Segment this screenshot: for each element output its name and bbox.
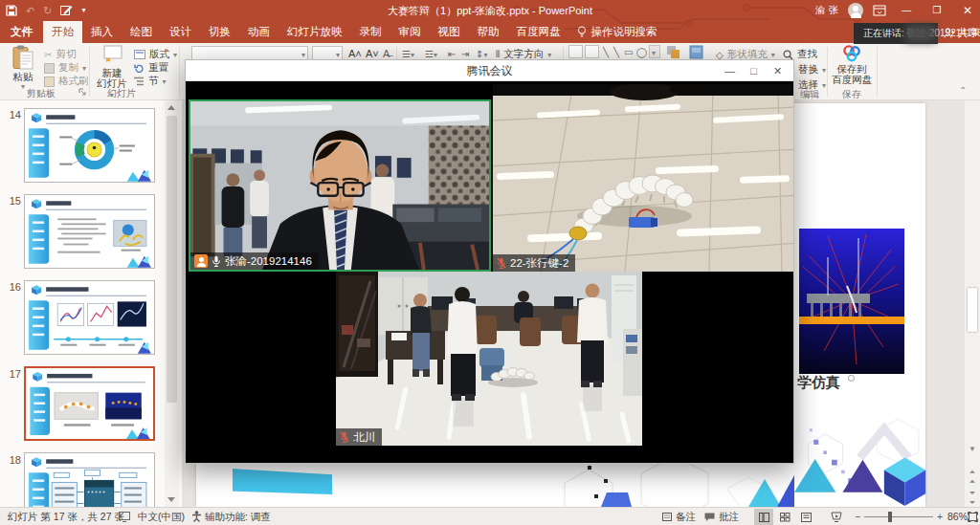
slide-thumbnail-17-selected[interactable] [24, 366, 155, 441]
mic-on-icon [212, 255, 221, 268]
bullets-button[interactable]: ☰▾ [402, 49, 414, 59]
comments-button[interactable]: 批注 [719, 508, 739, 525]
shape-rect-tool[interactable]: ▭ [624, 47, 633, 57]
share-button[interactable]: 共享 [944, 26, 979, 40]
next-slide-button[interactable]: ⏷⏷ [965, 489, 980, 507]
shape-oval-tool[interactable]: ◯ [636, 47, 647, 57]
scrollbar-down-arrow-icon[interactable]: ▼ [965, 445, 980, 454]
account-avatar[interactable] [848, 3, 863, 18]
tab-review[interactable]: 审阅 [390, 21, 430, 43]
tencent-meeting-window[interactable]: 腾讯会议 — □ ✕ [185, 59, 794, 464]
numbering-button[interactable]: ☲▾ [425, 49, 437, 59]
thumbnail-18-preview [25, 453, 154, 507]
clear-formatting-button[interactable]: A̶ [383, 48, 390, 59]
shape-selection-handle[interactable] [594, 494, 598, 498]
robot-floor-scene [493, 84, 793, 272]
participant-name: 22-张行键-2 [510, 256, 568, 270]
arrange-icon[interactable] [666, 45, 680, 59]
slide-sorter-view-button[interactable] [775, 509, 794, 525]
previous-slide-button[interactable]: ⏶⏶ [965, 468, 980, 487]
slideshow-icon [831, 512, 842, 522]
thumbnail-17-preview [26, 368, 153, 439]
zoom-slider-track[interactable] [864, 516, 933, 517]
replace-button[interactable]: 替换▾ [798, 63, 826, 77]
restore-button[interactable]: ❐ [926, 1, 947, 20]
zoom-out-button[interactable]: − [855, 508, 860, 525]
zoom-in-button[interactable]: + [937, 508, 943, 525]
shape-gallery-item[interactable] [568, 45, 583, 58]
tab-design[interactable]: 设计 [161, 21, 200, 43]
main-vertical-scrollbar[interactable]: ▼ ⏶⏶ ⏷⏷ [965, 100, 980, 507]
cut-button[interactable]: ✂剪切 [44, 48, 77, 61]
tab-animations[interactable]: 动画 [239, 21, 278, 43]
copy-button[interactable]: 复制▾ [44, 61, 86, 75]
slide-thumbnail-16[interactable] [24, 280, 155, 355]
video-feed-zhangyu[interactable]: 张渝-2019214146 [189, 99, 491, 272]
tab-view[interactable]: 视图 [430, 21, 469, 43]
image-selection-handle[interactable] [848, 375, 855, 382]
scroll-down-arrow-icon[interactable] [167, 497, 175, 502]
grow-font-button[interactable]: A˄ [348, 48, 362, 59]
slide-thumbnail-18[interactable] [24, 452, 155, 507]
tab-insert[interactable]: 插入 [82, 21, 122, 43]
shape-selection-handle[interactable] [588, 466, 591, 470]
tab-slideshow[interactable]: 幻灯片放映 [278, 21, 351, 43]
video-feed-beichuan[interactable]: 北川 [336, 272, 642, 446]
meeting-minimize-button[interactable]: — [718, 60, 742, 81]
section-button[interactable]: 节▾ [134, 75, 167, 88]
slideshow-button[interactable] [827, 509, 846, 525]
account-name[interactable]: 渝 张 [815, 4, 838, 17]
main-scrollbar-thumb[interactable] [967, 287, 978, 333]
close-button[interactable]: ✕ [957, 1, 978, 20]
shape-line-tool[interactable]: ╲ [603, 47, 609, 57]
video-feed-zhangxingjian[interactable]: 22-张行键-2 [493, 84, 793, 272]
accessibility-status[interactable]: 辅助功能: 调查 [205, 508, 271, 525]
simulation-image[interactable] [799, 229, 904, 374]
reset-button[interactable]: 重置 [134, 61, 168, 75]
clipboard-dialog-launcher-icon[interactable] [78, 88, 86, 96]
host-badge-icon [194, 254, 208, 268]
meeting-titlebar[interactable]: 腾讯会议 — □ ✕ [186, 60, 793, 81]
quick-styles-icon[interactable] [689, 45, 703, 59]
ribbon-display-options-icon[interactable] [873, 5, 886, 16]
increase-indent-button[interactable]: ⇥ [461, 49, 469, 59]
clipboard-group-label: 剪贴板 [27, 87, 56, 100]
slide-thumbnail-15[interactable] [24, 194, 155, 269]
slide-counter[interactable]: 幻灯片 第 17 张，共 27 张 [8, 508, 124, 525]
format-painter-button[interactable]: 格式刷 [44, 75, 89, 88]
shape-arrow-tool[interactable]: ╲ [613, 47, 619, 57]
paste-button[interactable]: 粘贴 ▾ [6, 45, 40, 91]
minimize-button[interactable]: — [896, 1, 917, 20]
zoom-slider-thumb[interactable] [888, 512, 892, 522]
layout-button[interactable]: 版式▾ [134, 48, 177, 61]
fit-to-window-icon[interactable] [968, 512, 978, 522]
shrink-font-button[interactable]: A˅ [366, 48, 379, 59]
tab-file[interactable]: 文件 [0, 21, 43, 43]
shape-gallery-item[interactable] [585, 45, 599, 58]
meeting-maximize-button[interactable]: □ [742, 60, 766, 81]
thumbnail-scrollbar[interactable] [165, 100, 179, 507]
tab-help[interactable]: 帮助 [469, 21, 508, 43]
reading-view-button[interactable] [796, 509, 815, 525]
thumbnail-scrollbar-thumb[interactable] [167, 116, 177, 403]
scroll-up-arrow-icon[interactable] [167, 105, 175, 110]
shape-selection-handle[interactable] [604, 479, 608, 483]
save-to-baidu-netdisk-button[interactable]: 保存到 百度网盘 [832, 45, 872, 85]
zoom-percentage[interactable]: 86% [947, 508, 968, 525]
meeting-close-button[interactable]: ✕ [766, 60, 790, 81]
tab-draw[interactable]: 绘图 [122, 21, 161, 43]
tab-home[interactable]: 开始 [43, 21, 82, 43]
decrease-indent-button[interactable]: ⇤ [448, 49, 456, 59]
notes-button[interactable]: 备注 [676, 508, 696, 525]
tab-record[interactable]: 录制 [351, 21, 390, 43]
language-indicator[interactable]: 中文(中国) [138, 508, 185, 525]
display-settings-icon[interactable] [119, 512, 130, 522]
collapse-ribbon-button[interactable]: ⌃ [959, 85, 967, 96]
normal-view-button[interactable] [754, 509, 773, 525]
slide-thumbnail-14[interactable] [24, 108, 155, 183]
tab-transitions[interactable]: 切换 [200, 21, 239, 43]
line-spacing-button[interactable]: ⇕▾ [476, 49, 487, 59]
group-separator [563, 47, 564, 60]
shape-gallery-more[interactable]: ▾ [649, 45, 660, 58]
find-icon [783, 50, 793, 60]
